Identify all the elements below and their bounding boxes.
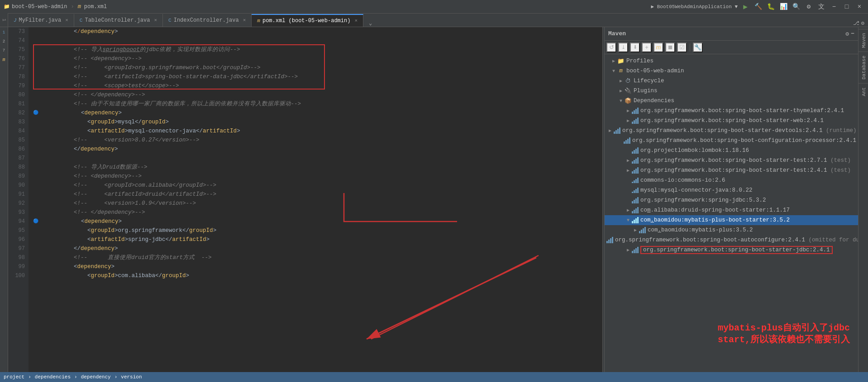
code-line-87: [33, 154, 602, 163]
code-line-84: <artifactId>mysql-connector-java</artifa…: [33, 127, 602, 136]
code-container: 73 74 75 76 77 78 79 80 81 82 83 84 85 8…: [8, 27, 602, 377]
tree-item-profiles[interactable]: ▶ 📁 Profiles: [605, 56, 858, 66]
coverage-button[interactable]: 📊: [778, 2, 788, 12]
tree-item-lifecycle[interactable]: ▶ ⏱ Lifecycle: [605, 76, 858, 86]
dep-druid-label: com.alibaba:druid-spring-boot-starter:1.…: [640, 207, 790, 213]
code-line-89: <!-- <dependency>-->: [33, 172, 602, 181]
tab-indexcontroller[interactable]: C IndexController.java ×: [163, 14, 252, 27]
maven-stop-btn[interactable]: ⏹: [665, 42, 675, 52]
tab-tablecontroller[interactable]: C TableController.java ×: [74, 14, 163, 27]
sidebar-item-2[interactable]: 2: [0, 38, 8, 45]
lifecycle-icon: ⏱: [625, 77, 632, 85]
dep-item-thymeleaf[interactable]: ▶ org.springframework.boot:spring-boot-s…: [605, 106, 858, 116]
code-content[interactable]: </dependency> <!-- 导入springbooot的jdbc依赖，…: [29, 27, 602, 377]
settings-icon-editor[interactable]: ⚙: [861, 20, 864, 27]
maven-check-btn[interactable]: ☑: [677, 42, 687, 52]
title-bar: 📁 boot-05-web-admin › m pom.xml ▶ Boot05…: [0, 0, 868, 14]
dep-item-lombok[interactable]: org.projectlombok:lombok:1.18.16: [605, 146, 858, 156]
translate-button[interactable]: 文: [816, 2, 826, 12]
dep-item-configproc[interactable]: org.springframework.boot:spring-boot-con…: [605, 136, 858, 146]
code-line-77: <!-- <groupId>org.springframework.boot</…: [33, 63, 602, 72]
minimize-button[interactable]: −: [829, 2, 839, 12]
search-button[interactable]: 🔍: [791, 2, 801, 12]
maven-refresh-btn[interactable]: ↺: [606, 42, 616, 52]
code-line-79: <!-- <scope>test</scope>-->: [33, 81, 602, 90]
dep-mybatis-arrow: ▼: [625, 217, 632, 224]
tree-item-dependencies[interactable]: ▼ 📦 Dependencies: [605, 96, 858, 106]
dep-item-mybatis-plus[interactable]: ▼ com.baomidou:mybatis-plus-boot-starter…: [605, 215, 858, 225]
maven-tree[interactable]: ▶ 📁 Profiles ▼ m boot-05-web-admin ▶ ⏱ L…: [605, 54, 858, 382]
tab-pomxml-close[interactable]: ×: [354, 18, 358, 24]
right-tab-maven[interactable]: Maven: [858, 29, 868, 52]
close-button[interactable]: ×: [854, 2, 864, 12]
tab-pomxml-label: pom.xml (boot-05-web-admin): [262, 18, 350, 24]
breadcrumb-sep3: ›: [114, 374, 118, 380]
maven-download2-btn[interactable]: ⬇: [630, 42, 640, 52]
settings-button[interactable]: ⚙: [804, 2, 814, 12]
dep-item-mysql[interactable]: mysql:mysql-connector-java:8.0.22: [605, 185, 858, 195]
tab-extras[interactable]: ⌄: [365, 20, 376, 27]
tab-myfilter[interactable]: J MyFilter.java ×: [8, 14, 74, 27]
maven-run-btn[interactable]: m: [653, 42, 663, 52]
dep-item-jdbc-boxed[interactable]: ▶ org.springframework.boot:spring-boot-s…: [605, 245, 858, 255]
dep-bar-druid-icon: [632, 207, 639, 213]
tab-pomxml[interactable]: m pom.xml (boot-05-web-admin) ×: [252, 14, 363, 27]
tree-item-root[interactable]: ▼ m boot-05-web-admin: [605, 66, 858, 76]
maven-minimize-icon[interactable]: −: [851, 30, 854, 38]
code-line-81: <!-- 由于不知道使用哪一家厂商的数据库，所以上面的依赖并没有导入数据库驱动-…: [33, 99, 602, 108]
dep-item-druid[interactable]: ▶ com.alibaba:druid-spring-boot-starter:…: [605, 205, 858, 215]
profiles-folder-icon: 📁: [617, 57, 625, 65]
dep-item-spring-jdbc[interactable]: org.springframework:spring-jdbc:5.3.2: [605, 195, 858, 205]
maven-add-btn[interactable]: +: [642, 42, 652, 52]
maven-settings-icon[interactable]: ⚙: [845, 30, 849, 38]
maven-download-btn[interactable]: ⤓: [618, 42, 628, 52]
left-sidebar: 1 2 7 m: [0, 27, 8, 382]
tab-myfilter-close[interactable]: ×: [65, 18, 68, 23]
dep-item-devtools[interactable]: ▶ org.springframework.boot:spring-boot-s…: [605, 126, 858, 136]
file-name: pom.xml: [84, 4, 107, 10]
run-button[interactable]: ▶: [740, 2, 750, 12]
bottom-bar: project › dependencies › dependency › ve…: [0, 372, 868, 382]
dep-item-test241[interactable]: ▶ org.springframework.boot:spring-boot-s…: [605, 165, 858, 175]
maven-title: Maven: [608, 30, 626, 37]
sidebar-item-structure[interactable]: 7: [0, 47, 8, 54]
dep-bar-devtools-icon: [614, 127, 620, 134]
dep-configproc-label: org.springframework.boot:spring-boot-con…: [632, 137, 856, 144]
tree-item-plugins[interactable]: ▶ 🔌 Plugins: [605, 86, 858, 96]
code-line-97: </dependency>: [33, 244, 602, 253]
plugins-icon: 🔌: [625, 87, 632, 94]
dep-jdbc-arrow: ▶: [625, 246, 632, 254]
breadcrumb-version: version: [121, 374, 142, 380]
dep-bar-jdbc-icon: [632, 247, 639, 253]
dep-item-commons-io[interactable]: commons-io:commons-io:2.6: [605, 175, 858, 185]
tab-tablecontroller-close[interactable]: ×: [154, 18, 157, 23]
maximize-button[interactable]: □: [842, 2, 852, 12]
dep-bar-web-icon: [632, 118, 639, 124]
sidebar-item-maven[interactable]: m: [0, 56, 8, 63]
code-line-86: </dependency>: [33, 145, 602, 154]
app-dropdown[interactable]: ▶ Boot05WebAdminApplication ▼: [651, 4, 738, 9]
title-bar-right: ▶ Boot05WebAdminApplication ▼ ▶ 🔨 🐛 📊 🔍 …: [651, 2, 864, 12]
right-tab-ant[interactable]: Ant: [858, 83, 868, 100]
branch-icon[interactable]: ⎇: [853, 20, 859, 27]
debug-button[interactable]: 🐛: [766, 2, 776, 12]
code-line-75: <!-- 导入springbooot的jdbc依赖，实现对数据库的访问-->: [33, 45, 602, 54]
sidebar-toggle[interactable]: 1: [0, 13, 8, 27]
tab-myfilter-label: MyFilter.java: [19, 17, 62, 24]
build-button[interactable]: 🔨: [753, 2, 763, 12]
dep-item-web[interactable]: ▶ org.springframework.boot:spring-boot-s…: [605, 116, 858, 126]
right-tab-database[interactable]: Database: [858, 52, 868, 83]
breadcrumb-dependency: dependency: [81, 374, 111, 380]
dep-item-test271[interactable]: ▶ org.springframework.boot:spring-boot-s…: [605, 156, 858, 165]
dep-mysql-label: mysql:mysql-connector-java:8.0.22: [640, 187, 753, 193]
tab-indexcontroller-close[interactable]: ×: [243, 18, 246, 23]
dep-bar-sjdbc-icon: [632, 197, 639, 203]
dep-web-arrow: ▶: [625, 117, 632, 124]
code-line-83: <groupId>mysql</groupId>: [33, 118, 602, 127]
plugins-arrow: ▶: [617, 87, 625, 94]
dep-item-autoconfigure[interactable]: org.springframework.boot:spring-boot-aut…: [605, 235, 858, 245]
dep-bar-mybatis-core-icon: [639, 227, 646, 233]
dep-item-mybatis-plus-core[interactable]: ▶ com.baomidou:mybatis-plus:3.5.2: [605, 225, 858, 235]
sidebar-item-project[interactable]: 1: [0, 29, 8, 36]
maven-wrench-btn[interactable]: 🔧: [693, 42, 703, 52]
